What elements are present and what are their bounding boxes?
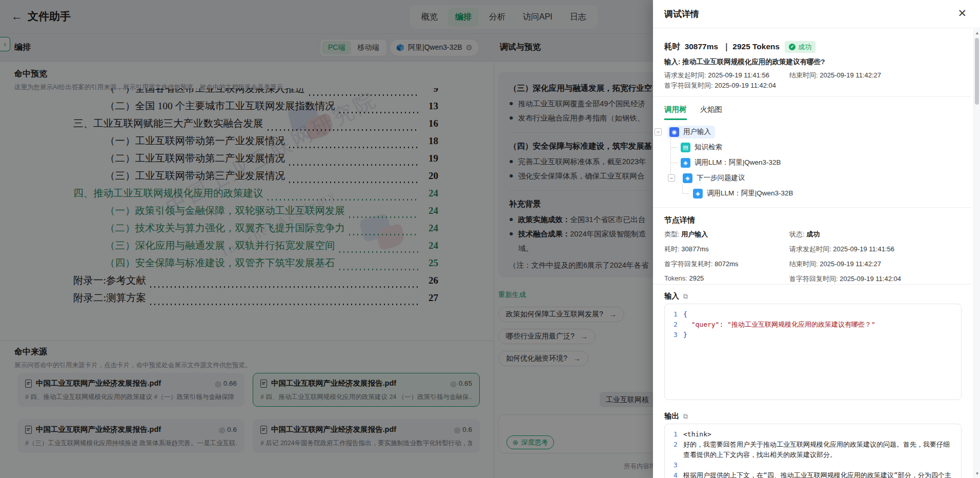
scrollbar-thumb[interactable] bbox=[975, 38, 979, 105]
input-node-icon: ◉ bbox=[669, 127, 679, 137]
llm-node-icon: ◈ bbox=[681, 158, 690, 168]
tree-node-label: 调用LLM：阿里|Qwen3-32B bbox=[695, 158, 781, 167]
code-text: <think> bbox=[683, 429, 956, 440]
tree-connector bbox=[670, 147, 678, 148]
divider bbox=[653, 207, 971, 208]
tree-node[interactable]: ◈调用LLM：阿里|Qwen3-32B bbox=[679, 156, 785, 169]
collapse-toggle-icon[interactable]: − bbox=[668, 174, 675, 182]
line-number: 3 bbox=[668, 330, 683, 340]
duration-value: 30877ms bbox=[685, 42, 719, 51]
tree-node-label: 用户输入 bbox=[683, 127, 711, 136]
tokens-value: 2925 Tokens bbox=[732, 42, 780, 51]
request-start-time: 请求发起时间: 2025-09-19 11:41:56 bbox=[664, 71, 769, 80]
drawer-tab-调用树[interactable]: 调用树 bbox=[664, 105, 687, 120]
node-detail-row: Tokens: 2925 bbox=[664, 274, 738, 282]
node-detail-row: 耗时: 30877ms bbox=[664, 245, 738, 254]
output-section-label: 输出 ⧉ bbox=[664, 411, 688, 421]
drawer-tab-火焰图[interactable]: 火焰图 bbox=[700, 105, 723, 120]
input-code-block: 1{2 "query": "推动工业互联网规模化应用的政策建议有哪些？"3} bbox=[664, 304, 962, 400]
line-number: 2 bbox=[668, 440, 683, 460]
debug-details-drawer: 调试详情 ✕ 耗时 30877ms ｜ 2925 Tokens ✔ 成功 输入:… bbox=[653, 0, 980, 478]
node-detail-row: 请求发起时间: 2025-09-19 11:41:56 bbox=[789, 245, 901, 254]
copy-icon[interactable]: ⧉ bbox=[683, 412, 688, 421]
node-detail-row: 状态: 成功 bbox=[789, 230, 901, 239]
detail-label: 结束时间: bbox=[789, 260, 820, 268]
detail-label: 类型: bbox=[664, 230, 681, 238]
separator: ｜ bbox=[723, 42, 730, 51]
tree-row[interactable]: −◉用户输入 bbox=[655, 125, 715, 138]
code-text: } bbox=[683, 330, 956, 340]
divider bbox=[653, 96, 971, 97]
code-line: 1<think> bbox=[668, 429, 956, 440]
detail-value: 2025-09-19 11:42:27 bbox=[820, 260, 881, 268]
tree-connector bbox=[682, 185, 683, 193]
node-detail-row: 类型: 用户输入 bbox=[664, 230, 738, 239]
tree-node-label: 调用LLM：阿里|Qwen3-32B bbox=[707, 189, 793, 198]
run-input-line: 输入: 推动工业互联网规模化应用的政策建议有哪些? bbox=[664, 57, 825, 67]
app-root: ← 文件助手 概览编排分析访问API日志 › 编排 PC端移动端 阿里|Qwen… bbox=[0, 0, 980, 478]
code-line: 1{ bbox=[668, 309, 956, 320]
output-code-block: 1<think>2好的，我需要回答用户关于推动工业互联网规模化应用的政策建议的问… bbox=[664, 424, 962, 478]
code-line: 2好的，我需要回答用户关于推动工业互联网规模化应用的政策建议的问题。首先，我要仔… bbox=[668, 440, 956, 460]
code-text: "query": "推动工业互联网规模化应用的政策建议有哪些？" bbox=[683, 320, 956, 330]
detail-value: 2025-09-19 11:41:56 bbox=[833, 245, 894, 253]
tree-node-label: 下一步问题建议 bbox=[697, 173, 745, 183]
code-line: 4根据用户提供的上下文，在“四、推动工业互联网规模化应用的政策建议”部分，分为四… bbox=[668, 470, 956, 478]
detail-value: 8072ms bbox=[714, 260, 738, 268]
run-summary: 耗时 30877ms ｜ 2925 Tokens ✔ 成功 bbox=[664, 41, 815, 53]
code-text: { bbox=[683, 309, 956, 320]
detail-label: 耗时: bbox=[664, 245, 681, 253]
scrollbar[interactable]: ▲ ▼ bbox=[973, 29, 980, 478]
drawer-title: 调试详情 bbox=[664, 8, 699, 20]
drawer-body: 耗时 30877ms ｜ 2925 Tokens ✔ 成功 输入: 推动工业互联… bbox=[653, 29, 971, 478]
modal-dim-overlay[interactable] bbox=[0, 0, 653, 478]
tree-row[interactable]: ▤知识检索 bbox=[679, 141, 726, 154]
node-detail-row: 首字符回复耗时: 8072ms bbox=[664, 260, 738, 269]
tree-node-label: 知识检索 bbox=[695, 143, 722, 152]
scroll-up-icon[interactable]: ▲ bbox=[974, 31, 980, 35]
tree-node[interactable]: ◈下一步问题建议 bbox=[681, 172, 749, 185]
detail-label: 状态: bbox=[789, 230, 806, 238]
drawer-tabs: 调用树火焰图 bbox=[664, 105, 722, 120]
tree-row[interactable]: −◈下一步问题建议 bbox=[668, 171, 749, 185]
code-line: 3} bbox=[668, 330, 956, 340]
tree-node[interactable]: ◉用户输入 bbox=[667, 126, 715, 138]
scroll-down-icon[interactable]: ▼ bbox=[974, 471, 980, 476]
node-details-title: 节点详情 bbox=[664, 215, 695, 225]
code-line: 3 bbox=[668, 460, 956, 470]
detail-value: 2925 bbox=[689, 274, 704, 282]
detail-label: 首字符回复耗时: bbox=[664, 260, 714, 268]
code-text bbox=[683, 460, 956, 470]
collapse-toggle-icon[interactable]: − bbox=[655, 128, 662, 135]
code-text: 好的，我需要回答用户关于推动工业互联网规模化应用的政策建议的问题。首先，我要仔细… bbox=[683, 440, 956, 460]
copy-icon[interactable]: ⧉ bbox=[683, 292, 688, 301]
end-time: 结束时间: 2025-09-19 11:42:27 bbox=[789, 71, 881, 80]
drawer-header: 调试详情 ✕ bbox=[653, 0, 980, 28]
tree-row[interactable]: ◈调用LLM：阿里|Qwen3-32B bbox=[691, 187, 798, 200]
input-section-label: 输入 ⧉ bbox=[664, 291, 688, 301]
tree-connector bbox=[682, 193, 689, 194]
node-detail-row: 结束时间: 2025-09-19 11:42:27 bbox=[789, 260, 901, 269]
status-text: 成功 bbox=[798, 43, 811, 52]
detail-label: 请求发起时间: bbox=[789, 245, 833, 253]
node-detail-row: 首字符回复时间: 2025-09-19 11:42:04 bbox=[789, 274, 901, 284]
detail-value: 2025-09-19 11:42:04 bbox=[840, 275, 901, 283]
check-icon: ✔ bbox=[789, 44, 795, 50]
tree-node[interactable]: ◈调用LLM：阿里|Qwen3-32B bbox=[691, 187, 798, 200]
tree-node[interactable]: ▤知识检索 bbox=[679, 141, 726, 154]
line-number: 4 bbox=[668, 470, 683, 478]
status-badge: ✔ 成功 bbox=[785, 41, 815, 53]
tree-row[interactable]: ◈调用LLM：阿里|Qwen3-32B bbox=[679, 156, 785, 169]
detail-label: Tokens: bbox=[664, 274, 689, 282]
detail-value: 30877ms bbox=[681, 245, 708, 253]
first-token-time: 首字符回复时间: 2025-09-19 11:42:04 bbox=[664, 81, 776, 90]
code-line: 2 "query": "推动工业互联网规模化应用的政策建议有哪些？" bbox=[668, 320, 956, 330]
llm-node-icon: ◈ bbox=[683, 173, 692, 183]
call-tree: −◉用户输入▤知识检索◈调用LLM：阿里|Qwen3-32B−◈下一步问题建议◈… bbox=[653, 123, 971, 201]
line-number: 3 bbox=[668, 460, 683, 470]
close-icon[interactable]: ✕ bbox=[957, 7, 967, 19]
line-number: 2 bbox=[668, 320, 683, 330]
divider bbox=[653, 284, 971, 285]
code-text: 根据用户提供的上下文，在“四、推动工业互联网规模化应用的政策建议”部分，分为四个… bbox=[683, 470, 956, 478]
line-number: 1 bbox=[668, 429, 683, 440]
